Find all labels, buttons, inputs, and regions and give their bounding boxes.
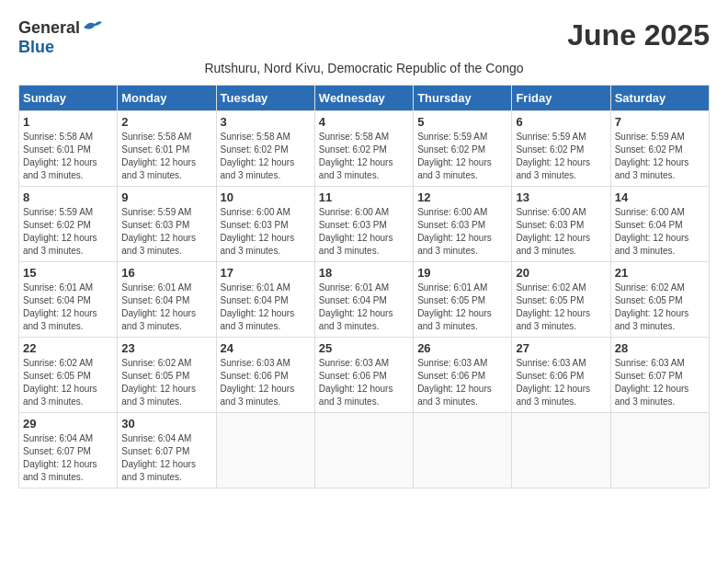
month-title: June 2025 (567, 18, 710, 52)
day-number: 6 (516, 115, 606, 129)
calendar-day-cell: 1Sunrise: 5:58 AM Sunset: 6:01 PM Daylig… (19, 111, 118, 187)
day-number: 24 (221, 341, 311, 355)
day-info: Sunrise: 6:03 AM Sunset: 6:07 PM Dayligh… (615, 357, 705, 408)
day-info: Sunrise: 6:04 AM Sunset: 6:07 PM Dayligh… (121, 432, 211, 484)
logo-general-text: General (18, 18, 80, 38)
calendar-week-row: 22Sunrise: 6:02 AM Sunset: 6:05 PM Dayli… (19, 338, 710, 413)
day-number: 19 (417, 266, 507, 280)
calendar-day-cell: 29Sunrise: 6:04 AM Sunset: 6:07 PM Dayli… (19, 413, 118, 488)
day-info: Sunrise: 6:03 AM Sunset: 6:06 PM Dayligh… (417, 357, 507, 408)
calendar-header-cell: Sunday (19, 86, 118, 111)
day-info: Sunrise: 6:01 AM Sunset: 6:04 PM Dayligh… (319, 282, 409, 333)
day-info: Sunrise: 6:03 AM Sunset: 6:06 PM Dayligh… (221, 357, 311, 408)
calendar-day-cell: 13Sunrise: 6:00 AM Sunset: 6:03 PM Dayli… (512, 187, 610, 262)
calendar-day-cell: 12Sunrise: 6:00 AM Sunset: 6:03 PM Dayli… (414, 187, 512, 262)
calendar-header-cell: Friday (512, 86, 610, 111)
day-number: 12 (417, 190, 507, 204)
day-info: Sunrise: 5:59 AM Sunset: 6:02 PM Dayligh… (417, 131, 507, 182)
calendar-day-cell: 20Sunrise: 6:02 AM Sunset: 6:05 PM Dayli… (512, 262, 610, 338)
day-number: 10 (221, 190, 311, 204)
calendar-week-row: 1Sunrise: 5:58 AM Sunset: 6:01 PM Daylig… (19, 111, 710, 187)
logo: General Blue (18, 18, 102, 57)
day-info: Sunrise: 5:59 AM Sunset: 6:03 PM Dayligh… (121, 206, 211, 258)
day-number: 13 (516, 190, 606, 204)
calendar-day-cell: 10Sunrise: 6:00 AM Sunset: 6:03 PM Dayli… (216, 187, 314, 262)
day-number: 21 (615, 266, 705, 280)
day-number: 14 (615, 190, 705, 204)
day-info: Sunrise: 6:02 AM Sunset: 6:05 PM Dayligh… (23, 357, 113, 408)
day-info: Sunrise: 5:58 AM Sunset: 6:02 PM Dayligh… (319, 131, 409, 182)
calendar-day-cell: 11Sunrise: 6:00 AM Sunset: 6:03 PM Dayli… (314, 187, 413, 262)
day-info: Sunrise: 6:01 AM Sunset: 6:05 PM Dayligh… (417, 282, 507, 333)
day-number: 25 (319, 341, 409, 355)
calendar-header: SundayMondayTuesdayWednesdayThursdayFrid… (19, 86, 710, 111)
calendar-day-cell (610, 413, 709, 488)
calendar-day-cell: 7Sunrise: 5:59 AM Sunset: 6:02 PM Daylig… (610, 111, 709, 187)
day-info: Sunrise: 6:00 AM Sunset: 6:04 PM Dayligh… (615, 206, 705, 258)
day-info: Sunrise: 5:59 AM Sunset: 6:02 PM Dayligh… (615, 131, 705, 182)
day-number: 5 (417, 115, 507, 129)
day-number: 7 (615, 115, 705, 129)
calendar-day-cell: 16Sunrise: 6:01 AM Sunset: 6:04 PM Dayli… (118, 262, 216, 338)
calendar-header-row: SundayMondayTuesdayWednesdayThursdayFrid… (19, 86, 710, 111)
calendar-day-cell: 8Sunrise: 5:59 AM Sunset: 6:02 PM Daylig… (19, 187, 118, 262)
day-number: 2 (121, 115, 211, 129)
day-info: Sunrise: 5:58 AM Sunset: 6:01 PM Dayligh… (121, 131, 211, 182)
calendar-header-cell: Monday (118, 86, 216, 111)
calendar-day-cell: 5Sunrise: 5:59 AM Sunset: 6:02 PM Daylig… (414, 111, 512, 187)
calendar-body: 1Sunrise: 5:58 AM Sunset: 6:01 PM Daylig… (19, 111, 710, 488)
day-info: Sunrise: 6:04 AM Sunset: 6:07 PM Dayligh… (23, 432, 113, 484)
subtitle: Rutshuru, Nord Kivu, Democratic Republic… (18, 61, 710, 75)
day-number: 18 (319, 266, 409, 280)
calendar-day-cell: 18Sunrise: 6:01 AM Sunset: 6:04 PM Dayli… (314, 262, 413, 338)
day-number: 9 (121, 190, 211, 204)
calendar-week-row: 29Sunrise: 6:04 AM Sunset: 6:07 PM Dayli… (19, 413, 710, 488)
day-info: Sunrise: 6:02 AM Sunset: 6:05 PM Dayligh… (516, 282, 606, 333)
logo-bird-icon (82, 18, 102, 35)
day-info: Sunrise: 5:58 AM Sunset: 6:02 PM Dayligh… (221, 131, 311, 182)
day-info: Sunrise: 6:00 AM Sunset: 6:03 PM Dayligh… (221, 206, 311, 258)
calendar-day-cell: 27Sunrise: 6:03 AM Sunset: 6:06 PM Dayli… (512, 338, 610, 413)
day-number: 29 (23, 417, 113, 431)
day-info: Sunrise: 6:00 AM Sunset: 6:03 PM Dayligh… (319, 206, 409, 258)
day-info: Sunrise: 5:59 AM Sunset: 6:02 PM Dayligh… (516, 131, 606, 182)
day-number: 26 (417, 341, 507, 355)
calendar-header-cell: Saturday (610, 86, 709, 111)
day-number: 16 (121, 266, 211, 280)
calendar-day-cell: 19Sunrise: 6:01 AM Sunset: 6:05 PM Dayli… (414, 262, 512, 338)
day-info: Sunrise: 6:01 AM Sunset: 6:04 PM Dayligh… (23, 282, 113, 333)
calendar-table: SundayMondayTuesdayWednesdayThursdayFrid… (18, 85, 710, 488)
day-info: Sunrise: 5:59 AM Sunset: 6:02 PM Dayligh… (23, 206, 113, 258)
day-number: 15 (23, 266, 113, 280)
calendar-header-cell: Wednesday (314, 86, 413, 111)
calendar-day-cell: 22Sunrise: 6:02 AM Sunset: 6:05 PM Dayli… (19, 338, 118, 413)
day-info: Sunrise: 6:03 AM Sunset: 6:06 PM Dayligh… (516, 357, 606, 408)
calendar-day-cell (314, 413, 413, 488)
day-info: Sunrise: 6:00 AM Sunset: 6:03 PM Dayligh… (417, 206, 507, 258)
day-number: 17 (221, 266, 311, 280)
day-number: 23 (121, 341, 211, 355)
day-info: Sunrise: 6:03 AM Sunset: 6:06 PM Dayligh… (319, 357, 409, 408)
day-info: Sunrise: 6:02 AM Sunset: 6:05 PM Dayligh… (121, 357, 211, 408)
logo-blue-text: Blue (18, 38, 54, 57)
day-number: 20 (516, 266, 606, 280)
calendar-day-cell (414, 413, 512, 488)
page-header: General Blue June 2025 (18, 18, 710, 57)
day-number: 22 (23, 341, 113, 355)
day-info: Sunrise: 6:01 AM Sunset: 6:04 PM Dayligh… (221, 282, 311, 333)
day-info: Sunrise: 6:02 AM Sunset: 6:05 PM Dayligh… (615, 282, 705, 333)
day-info: Sunrise: 6:00 AM Sunset: 6:03 PM Dayligh… (516, 206, 606, 258)
calendar-day-cell: 17Sunrise: 6:01 AM Sunset: 6:04 PM Dayli… (216, 262, 314, 338)
day-number: 1 (23, 115, 113, 129)
calendar-day-cell: 6Sunrise: 5:59 AM Sunset: 6:02 PM Daylig… (512, 111, 610, 187)
day-info: Sunrise: 6:01 AM Sunset: 6:04 PM Dayligh… (121, 282, 211, 333)
calendar-day-cell: 21Sunrise: 6:02 AM Sunset: 6:05 PM Dayli… (610, 262, 709, 338)
day-number: 3 (221, 115, 311, 129)
calendar-day-cell: 28Sunrise: 6:03 AM Sunset: 6:07 PM Dayli… (610, 338, 709, 413)
day-info: Sunrise: 5:58 AM Sunset: 6:01 PM Dayligh… (23, 131, 113, 182)
calendar-week-row: 15Sunrise: 6:01 AM Sunset: 6:04 PM Dayli… (19, 262, 710, 338)
calendar-day-cell: 26Sunrise: 6:03 AM Sunset: 6:06 PM Dayli… (414, 338, 512, 413)
calendar-day-cell: 24Sunrise: 6:03 AM Sunset: 6:06 PM Dayli… (216, 338, 314, 413)
day-number: 30 (121, 417, 211, 431)
calendar-day-cell: 23Sunrise: 6:02 AM Sunset: 6:05 PM Dayli… (118, 338, 216, 413)
